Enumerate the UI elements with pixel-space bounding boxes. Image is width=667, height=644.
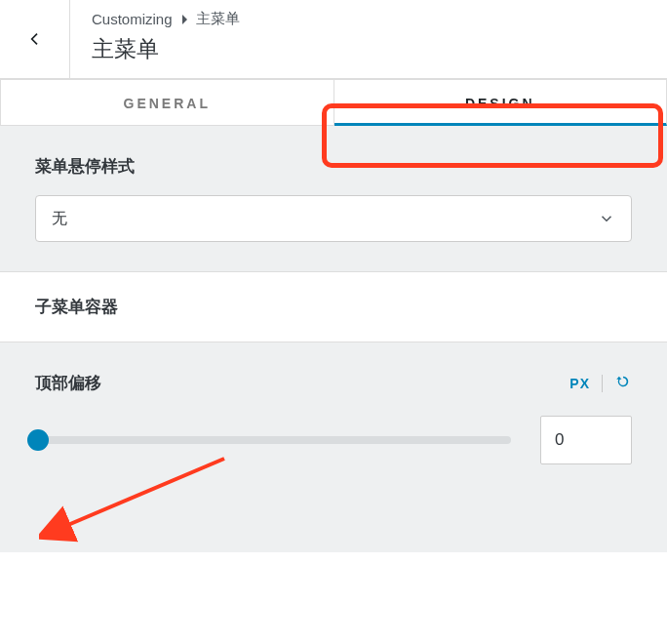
breadcrumb-current: 主菜单 bbox=[196, 10, 240, 28]
tab-design[interactable]: DESIGN bbox=[334, 79, 668, 126]
unit-separator bbox=[602, 375, 603, 392]
slider-thumb[interactable] bbox=[27, 429, 49, 451]
tab-general[interactable]: GENERAL bbox=[0, 79, 334, 126]
top-offset-input[interactable] bbox=[540, 416, 632, 464]
breadcrumb-root: Customizing bbox=[92, 11, 173, 27]
svg-marker-0 bbox=[182, 15, 187, 24]
submenu-container-heading: 子菜单容器 bbox=[35, 296, 632, 318]
chevron-left-icon bbox=[27, 31, 43, 47]
unit-px-button[interactable]: PX bbox=[569, 376, 590, 391]
hover-style-label: 菜单悬停样式 bbox=[35, 155, 632, 178]
slider-track bbox=[35, 436, 511, 444]
reset-icon bbox=[614, 373, 632, 390]
top-offset-slider[interactable] bbox=[27, 429, 511, 451]
reset-button[interactable] bbox=[614, 373, 632, 393]
back-button[interactable] bbox=[0, 0, 70, 78]
hover-style-value: 无 bbox=[52, 209, 67, 229]
chevron-down-icon bbox=[598, 210, 615, 227]
breadcrumb: Customizing 主菜单 bbox=[92, 10, 651, 28]
breadcrumb-separator-icon bbox=[180, 11, 188, 27]
top-offset-label: 顶部偏移 bbox=[35, 372, 101, 394]
hover-style-select[interactable]: 无 bbox=[35, 195, 632, 242]
panel-title: 主菜单 bbox=[92, 34, 651, 64]
